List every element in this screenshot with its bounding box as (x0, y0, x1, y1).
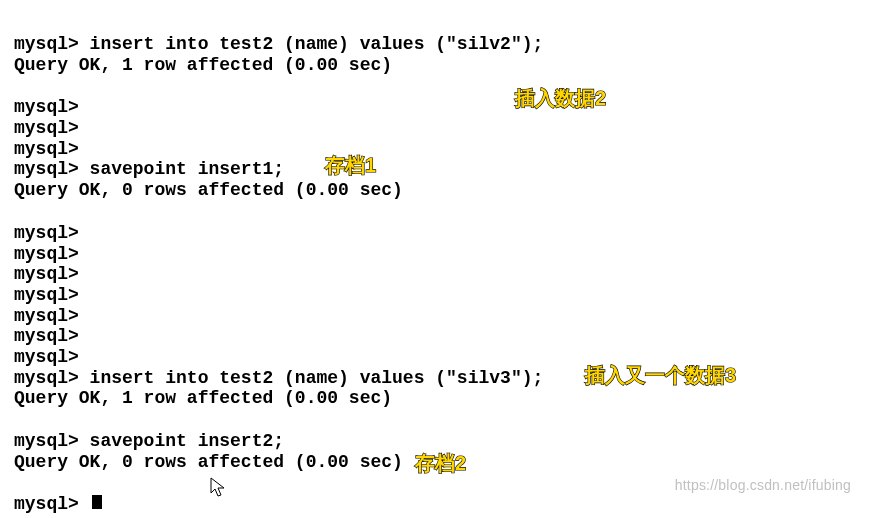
mouse-cursor-icon (210, 477, 226, 499)
sql-insert-silv2: mysql> insert into test2 (name) values (… (14, 34, 861, 55)
mysql-prompt: mysql> (14, 244, 861, 265)
mysql-prompt: mysql> (14, 118, 861, 139)
mysql-prompt: mysql> (14, 326, 861, 347)
mysql-prompt: mysql> (14, 306, 861, 327)
annotation-insert-another-data-3: 插入又一个数据3 (585, 362, 736, 389)
partial-previous-line: Query OK, 0 rows affected (0.00 sec) (14, 0, 861, 12)
mysql-prompt: mysql> (14, 223, 861, 244)
mysql-prompt: mysql> (14, 285, 861, 306)
mysql-prompt-active[interactable]: mysql> (14, 494, 861, 515)
result-1row-affected: Query OK, 1 row affected (0.00 sec) (14, 388, 861, 409)
mysql-prompt: mysql> (14, 264, 861, 285)
mysql-prompt: mysql> (14, 97, 861, 118)
watermark-text: https://blog.csdn.net/ifubing (675, 477, 851, 493)
terminal-output: mysql> insert into test2 (name) values (… (0, 0, 871, 515)
prompt-text: mysql> (14, 494, 90, 514)
annotation-savepoint-2: 存档2 (415, 450, 466, 477)
sql-savepoint-insert1: mysql> savepoint insert1; (14, 159, 861, 180)
result-0rows-affected: Query OK, 0 rows affected (0.00 sec) (14, 180, 861, 201)
annotation-savepoint-1: 存档1 (325, 152, 376, 179)
mysql-prompt: mysql> (14, 139, 861, 160)
sql-savepoint-insert2: mysql> savepoint insert2; (14, 431, 861, 452)
result-1row-affected: Query OK, 1 row affected (0.00 sec) (14, 55, 861, 76)
annotation-insert-data-2: 插入数据2 (515, 85, 606, 112)
cursor-icon (92, 495, 102, 509)
